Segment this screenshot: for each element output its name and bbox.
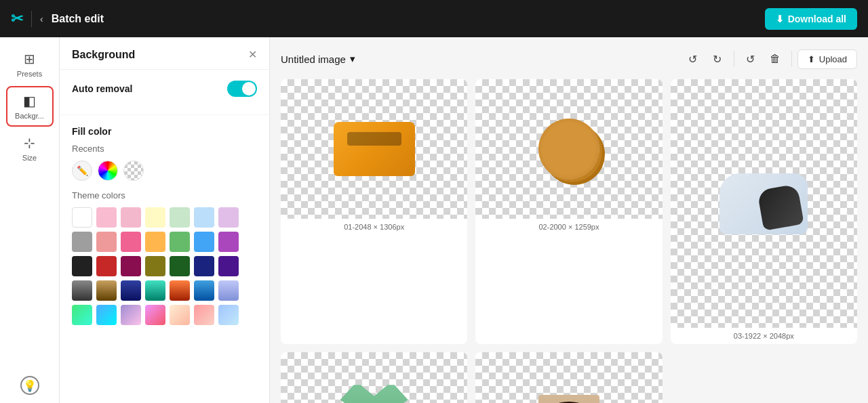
background-panel: Background ✕ Auto removal Fill color Rec… — [60, 37, 270, 403]
undo-button[interactable]: ↺ — [682, 48, 704, 70]
color-swatch[interactable] — [218, 232, 239, 252]
hint-button[interactable]: 💡 — [12, 368, 47, 403]
icon-sidebar: ⊞ Presets ◧ Backgr... ⊹ Size 💡 — [0, 37, 60, 403]
color-swatch[interactable] — [96, 232, 117, 252]
auto-removal-label: Auto removal — [72, 83, 132, 94]
image-card-02[interactable]: 02-2000 × 1259px — [475, 79, 662, 344]
rainbow-swatch[interactable] — [98, 161, 118, 181]
color-swatch[interactable] — [145, 280, 165, 301]
color-swatch[interactable] — [96, 256, 117, 276]
back-button[interactable]: ‹ — [40, 14, 43, 24]
color-swatch[interactable] — [145, 256, 165, 276]
image-label-02: 02-2000 × 1259px — [475, 219, 662, 235]
color-swatch[interactable] — [194, 232, 214, 252]
image-preview-04 — [281, 352, 467, 403]
presets-icon: ⊞ — [24, 51, 35, 67]
image-card-05[interactable] — [475, 352, 662, 403]
back-chevron-icon: ‹ — [40, 14, 43, 24]
topbar-divider — [31, 11, 32, 27]
redo-button[interactable]: ↻ — [707, 48, 728, 70]
color-swatch[interactable] — [170, 232, 190, 252]
download-icon: ⬇ — [776, 14, 784, 24]
color-swatch[interactable] — [121, 280, 141, 301]
color-swatch[interactable] — [170, 280, 190, 301]
color-swatch[interactable] — [194, 280, 214, 301]
theme-colors-label: Theme colors — [72, 190, 257, 200]
image-preview-02 — [475, 79, 662, 219]
restore-button[interactable]: ↺ — [740, 48, 762, 70]
fill-color-section: Fill color Recents ✏️ Theme colors — [60, 114, 269, 336]
image-label-01: 01-2048 × 1306px — [281, 219, 467, 235]
image-card-04[interactable] — [281, 352, 467, 403]
color-swatch[interactable] — [145, 207, 165, 228]
image-label-03: 03-1922 × 2048px — [671, 328, 857, 344]
color-swatch[interactable] — [72, 232, 92, 252]
page-title: Batch edit — [52, 13, 104, 25]
main-layout: ⊞ Presets ◧ Backgr... ⊹ Size 💡 Backgroun… — [0, 37, 868, 403]
color-swatch[interactable] — [72, 207, 92, 228]
gradient-swatch[interactable] — [218, 305, 239, 325]
upload-label: Upload — [819, 54, 847, 64]
color-grid — [72, 207, 257, 301]
color-swatch[interactable] — [96, 280, 117, 301]
color-swatch[interactable] — [170, 207, 190, 228]
color-swatch[interactable] — [170, 256, 190, 276]
color-swatch[interactable] — [96, 207, 117, 228]
topbar: ✂ ‹ Batch edit ⬇ Download all — [0, 0, 868, 37]
transparent-swatch[interactable] — [123, 161, 144, 181]
upload-button[interactable]: ⬆ Upload — [797, 49, 857, 69]
sidebar-item-presets[interactable]: ⊞ Presets — [6, 45, 54, 83]
gradient-swatch[interactable] — [72, 305, 92, 325]
gradient-swatch[interactable] — [145, 305, 165, 325]
color-swatch[interactable] — [121, 256, 141, 276]
image-title-text: Untitled image — [281, 54, 346, 65]
panel-close-button[interactable]: ✕ — [248, 48, 257, 61]
eyedropper-button[interactable]: ✏️ — [72, 161, 92, 181]
color-swatch[interactable] — [72, 280, 92, 301]
recents-label: Recents — [72, 144, 257, 154]
color-swatch[interactable] — [121, 232, 141, 252]
sidebar-item-background[interactable]: ◧ Backgr... — [6, 86, 54, 127]
gradient-swatch[interactable] — [96, 305, 117, 325]
color-swatch[interactable] — [218, 207, 239, 228]
canvas-area: Untitled image ▾ ↺ ↻ ↺ 🗑 ⬆ Upload — [270, 37, 868, 403]
recents-row: ✏️ — [72, 161, 257, 181]
bulb-icon: 💡 — [20, 376, 39, 395]
sidebar-label-background: Backgr... — [15, 112, 44, 120]
color-swatch[interactable] — [218, 280, 239, 301]
auto-removal-section: Auto removal — [60, 70, 269, 114]
gradient-row — [72, 305, 257, 325]
color-swatch[interactable] — [218, 256, 239, 276]
color-swatch[interactable] — [121, 207, 141, 228]
color-swatch[interactable] — [194, 256, 214, 276]
gradient-swatch[interactable] — [194, 305, 214, 325]
sidebar-label-presets: Presets — [17, 70, 42, 78]
color-swatch[interactable] — [145, 232, 165, 252]
fill-color-label: Fill color — [72, 126, 111, 137]
image-card-01[interactable]: 01-2048 × 1306px — [281, 79, 467, 344]
canvas-toolbar: Untitled image ▾ ↺ ↻ ↺ 🗑 ⬆ Upload — [281, 48, 857, 70]
gradient-swatch[interactable] — [121, 305, 141, 325]
auto-removal-toggle[interactable] — [227, 81, 257, 97]
image-card-03[interactable]: 03-1922 × 2048px — [671, 79, 857, 344]
delete-button[interactable]: 🗑 — [764, 48, 786, 70]
image-preview-01 — [281, 79, 467, 219]
action-divider — [734, 51, 734, 67]
coffee-image — [538, 395, 599, 403]
sidebar-label-size: Size — [22, 154, 37, 162]
download-all-button[interactable]: ⬇ Download all — [765, 8, 857, 30]
image-title-dropdown[interactable]: Untitled image ▾ — [281, 53, 355, 65]
background-icon: ◧ — [23, 93, 36, 109]
download-label: Download all — [788, 14, 846, 24]
upload-icon: ⬆ — [808, 54, 815, 64]
panel-title: Background — [72, 49, 135, 61]
color-swatch[interactable] — [72, 256, 92, 276]
image-grid: 01-2048 × 1306px 02-2000 × 1259px 03-192… — [281, 79, 857, 403]
cookies-image — [538, 119, 599, 179]
gradient-swatch[interactable] — [170, 305, 190, 325]
shoe-image — [719, 173, 808, 234]
canvas-actions: ↺ ↻ ↺ 🗑 ⬆ Upload — [682, 48, 857, 70]
sidebar-item-size[interactable]: ⊹ Size — [6, 129, 54, 167]
color-swatch[interactable] — [194, 207, 214, 228]
image-preview-03 — [671, 79, 857, 328]
